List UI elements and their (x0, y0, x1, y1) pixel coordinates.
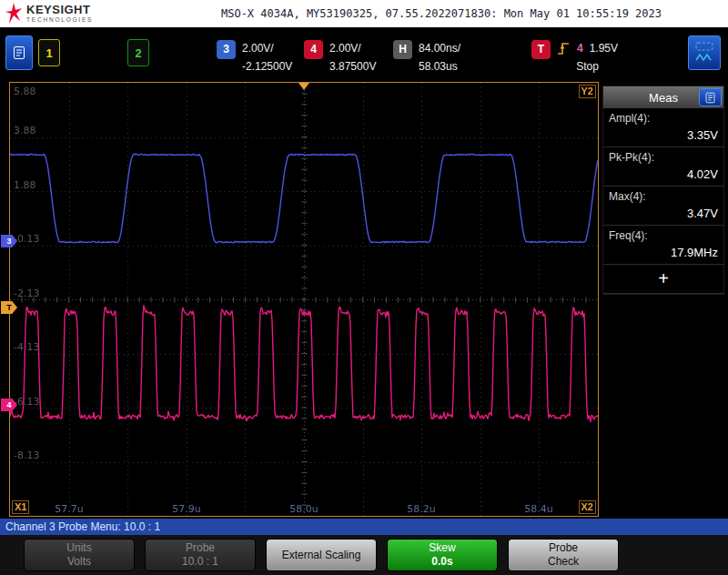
instrument-title: MSO-X 4034A, MY53190325, 07.55.202207183… (164, 7, 728, 20)
time-label: 58.0u (289, 503, 318, 515)
measurement-max[interactable]: Max(4): 3.47V (603, 187, 723, 226)
voltage-label: -2.13 (14, 288, 39, 299)
softkey-label: Skew (388, 541, 497, 555)
softkey-label: External Scaling (267, 549, 376, 562)
measurement-value: 17.9MHz (609, 242, 718, 259)
trigger-source: 4 (577, 39, 583, 57)
time-label: 57.9u (172, 503, 200, 515)
voltage-label: -4.13 (14, 341, 39, 353)
softkey-bar: Units Volts Probe 10.0 : 1 External Scal… (0, 535, 728, 575)
cursor-x2-marker[interactable]: X2 (579, 500, 596, 514)
waveform-intensity-button[interactable] (688, 35, 721, 70)
keysight-logo: KEYSIGHT TECHNOLOGIES (0, 3, 164, 25)
cursor-y2-marker[interactable]: Y2 (579, 85, 596, 98)
softkey-value: Volts (25, 555, 134, 569)
timebase-delay: 58.03us (419, 57, 460, 76)
trigger-slope-icon (557, 41, 571, 56)
measurement-label: Pk-Pk(4): (609, 151, 718, 164)
keysight-spark-icon (5, 3, 22, 25)
main-menu-button[interactable] (5, 35, 33, 70)
acquisition-status: Stop (557, 57, 618, 76)
voltage-label: 1.88 (14, 179, 36, 191)
measurements-panel: Meas Ampl(4): 3.35V Pk-Pk(4): 4.02V Max(… (602, 86, 724, 295)
channel-1-button[interactable]: 1 (38, 39, 60, 66)
voltage-label: -8.13 (14, 449, 39, 461)
graticule-frame: 5.88 3.88 1.88 -0.13 -2.13 -4.13 -6.13 -… (9, 82, 599, 517)
time-label: 58.4u (524, 503, 552, 515)
softkey-value: 0.0s (388, 555, 497, 569)
cursor-x1-marker[interactable]: X1 (12, 500, 29, 514)
channel-2-button[interactable]: 2 (127, 39, 149, 66)
measurement-value: 3.35V (609, 125, 718, 142)
menu-icon (12, 45, 26, 60)
status-bar: Channel 3 Probe Menu: 10.0 : 1 (0, 519, 728, 535)
toolbar: 1 2 3 2.00V/ -2.12500V 4 2.00V/ 3.87500V… (0, 27, 728, 80)
measurement-value: 4.02V (609, 164, 718, 181)
measurement-label: Freq(4): (609, 229, 718, 242)
softkey-label: Probe (146, 541, 255, 555)
header-bar: KEYSIGHT TECHNOLOGIES MSO-X 4034A, MY531… (0, 0, 728, 27)
channel-4-scale: 2.00V/ (329, 39, 376, 57)
trigger-settings[interactable]: T 4 1.95V Stop (531, 39, 618, 76)
voltage-label: -0.13 (14, 233, 39, 245)
meas-panel-header: Meas (603, 86, 723, 108)
timebase-scale: 84.00ns/ (419, 39, 460, 57)
softkey-skew[interactable]: Skew 0.0s (387, 539, 498, 571)
voltage-label: -6.13 (14, 396, 39, 408)
measurement-ampl[interactable]: Ampl(4): 3.35V (603, 108, 723, 147)
softkey-label: Probe (509, 541, 618, 555)
softkey-external-scaling[interactable]: External Scaling (266, 539, 377, 571)
time-label: 58.2u (407, 503, 435, 515)
measurement-label: Max(4): (609, 190, 718, 203)
oscilloscope-screen: KEYSIGHT TECHNOLOGIES MSO-X 4034A, MY531… (0, 0, 728, 575)
time-reference-marker[interactable] (298, 83, 309, 90)
waveform-canvas[interactable] (10, 83, 598, 516)
meas-menu-button[interactable] (699, 88, 722, 106)
trigger-level: 1.95V (590, 39, 618, 57)
brand-subtitle: TECHNOLOGIES (26, 15, 93, 24)
softkey-value: Check (509, 555, 618, 569)
status-text: Channel 3 Probe Menu: 10.0 : 1 (5, 520, 160, 533)
softkey-probe-check[interactable]: Probe Check (508, 539, 619, 571)
softkey-units[interactable]: Units Volts (24, 539, 135, 571)
add-measurement-button[interactable]: + (603, 265, 723, 294)
measurement-value: 3.47V (609, 203, 718, 220)
waveform-icon (693, 40, 715, 66)
channel-3-badge: 3 (217, 40, 236, 59)
horizontal-settings[interactable]: H 84.00ns/ 58.03us (393, 39, 460, 76)
channel-4-settings[interactable]: 4 2.00V/ 3.87500V (304, 39, 376, 76)
horizontal-badge: H (393, 40, 412, 59)
measurement-label: Ampl(4): (609, 112, 718, 125)
softkey-value: 10.0 : 1 (146, 555, 255, 569)
brand-name: KEYSIGHT (26, 4, 93, 15)
measurement-pkpk[interactable]: Pk-Pk(4): 4.02V (603, 147, 723, 187)
menu-icon (704, 92, 716, 104)
channel-4-offset: 3.87500V (329, 57, 376, 76)
softkey-label: Units (25, 541, 134, 555)
trigger-badge: T (531, 40, 551, 59)
channel-4-badge: 4 (304, 40, 323, 59)
softkey-probe-ratio[interactable]: Probe 10.0 : 1 (145, 539, 256, 571)
channel-3-offset: -2.12500V (242, 57, 292, 76)
channel-3-scale: 2.00V/ (242, 39, 292, 57)
voltage-label: 5.88 (14, 86, 36, 97)
measurement-freq[interactable]: Freq(4): 17.9MHz (603, 226, 723, 265)
channel-3-settings[interactable]: 3 2.00V/ -2.12500V (217, 39, 292, 76)
time-label: 57.7u (55, 503, 83, 515)
voltage-label: 3.88 (14, 125, 36, 136)
